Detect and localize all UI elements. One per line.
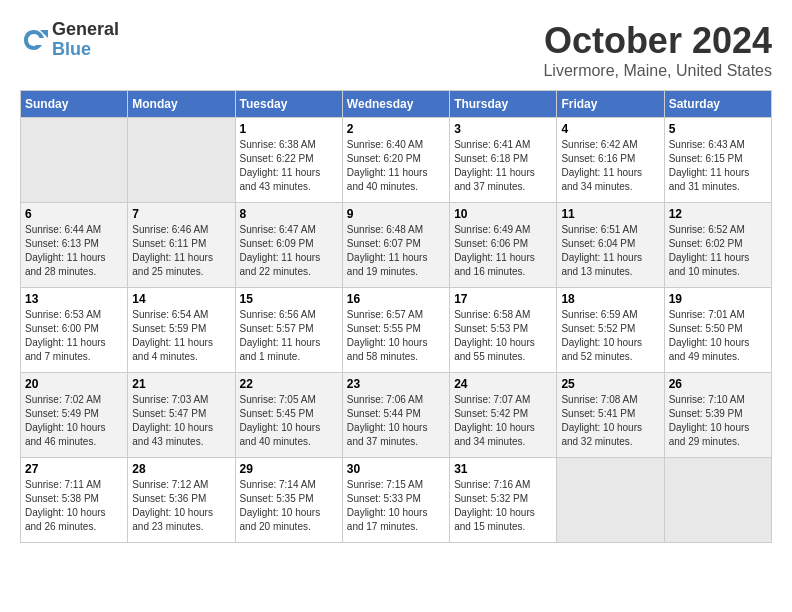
calendar-cell: 11Sunrise: 6:51 AM Sunset: 6:04 PM Dayli… (557, 203, 664, 288)
calendar-cell: 13Sunrise: 6:53 AM Sunset: 6:00 PM Dayli… (21, 288, 128, 373)
week-row-3: 13Sunrise: 6:53 AM Sunset: 6:00 PM Dayli… (21, 288, 772, 373)
day-info: Sunrise: 7:12 AM Sunset: 5:36 PM Dayligh… (132, 478, 230, 534)
weekday-header-thursday: Thursday (450, 91, 557, 118)
day-info: Sunrise: 7:06 AM Sunset: 5:44 PM Dayligh… (347, 393, 445, 449)
day-number: 31 (454, 462, 552, 476)
day-info: Sunrise: 6:41 AM Sunset: 6:18 PM Dayligh… (454, 138, 552, 194)
day-number: 2 (347, 122, 445, 136)
calendar-cell: 24Sunrise: 7:07 AM Sunset: 5:42 PM Dayli… (450, 373, 557, 458)
weekday-header-row: SundayMondayTuesdayWednesdayThursdayFrid… (21, 91, 772, 118)
calendar-table: SundayMondayTuesdayWednesdayThursdayFrid… (20, 90, 772, 543)
day-number: 15 (240, 292, 338, 306)
day-number: 18 (561, 292, 659, 306)
day-info: Sunrise: 6:57 AM Sunset: 5:55 PM Dayligh… (347, 308, 445, 364)
calendar-cell: 31Sunrise: 7:16 AM Sunset: 5:32 PM Dayli… (450, 458, 557, 543)
weekday-header-tuesday: Tuesday (235, 91, 342, 118)
day-info: Sunrise: 6:44 AM Sunset: 6:13 PM Dayligh… (25, 223, 123, 279)
calendar-cell (557, 458, 664, 543)
day-number: 10 (454, 207, 552, 221)
day-number: 20 (25, 377, 123, 391)
day-number: 28 (132, 462, 230, 476)
calendar-cell: 14Sunrise: 6:54 AM Sunset: 5:59 PM Dayli… (128, 288, 235, 373)
calendar-cell: 22Sunrise: 7:05 AM Sunset: 5:45 PM Dayli… (235, 373, 342, 458)
calendar-cell: 23Sunrise: 7:06 AM Sunset: 5:44 PM Dayli… (342, 373, 449, 458)
day-number: 17 (454, 292, 552, 306)
logo-blue: Blue (52, 40, 119, 60)
month-title: October 2024 (543, 20, 772, 62)
calendar-cell: 7Sunrise: 6:46 AM Sunset: 6:11 PM Daylig… (128, 203, 235, 288)
week-row-1: 1Sunrise: 6:38 AM Sunset: 6:22 PM Daylig… (21, 118, 772, 203)
weekday-header-wednesday: Wednesday (342, 91, 449, 118)
day-info: Sunrise: 6:54 AM Sunset: 5:59 PM Dayligh… (132, 308, 230, 364)
calendar-cell: 20Sunrise: 7:02 AM Sunset: 5:49 PM Dayli… (21, 373, 128, 458)
day-number: 3 (454, 122, 552, 136)
day-info: Sunrise: 6:49 AM Sunset: 6:06 PM Dayligh… (454, 223, 552, 279)
day-number: 24 (454, 377, 552, 391)
week-row-5: 27Sunrise: 7:11 AM Sunset: 5:38 PM Dayli… (21, 458, 772, 543)
day-number: 4 (561, 122, 659, 136)
day-info: Sunrise: 6:58 AM Sunset: 5:53 PM Dayligh… (454, 308, 552, 364)
calendar-cell: 9Sunrise: 6:48 AM Sunset: 6:07 PM Daylig… (342, 203, 449, 288)
day-info: Sunrise: 7:16 AM Sunset: 5:32 PM Dayligh… (454, 478, 552, 534)
day-number: 11 (561, 207, 659, 221)
calendar-cell: 28Sunrise: 7:12 AM Sunset: 5:36 PM Dayli… (128, 458, 235, 543)
calendar-cell: 25Sunrise: 7:08 AM Sunset: 5:41 PM Dayli… (557, 373, 664, 458)
day-info: Sunrise: 6:43 AM Sunset: 6:15 PM Dayligh… (669, 138, 767, 194)
calendar-cell: 26Sunrise: 7:10 AM Sunset: 5:39 PM Dayli… (664, 373, 771, 458)
day-number: 16 (347, 292, 445, 306)
day-info: Sunrise: 6:46 AM Sunset: 6:11 PM Dayligh… (132, 223, 230, 279)
calendar-cell: 30Sunrise: 7:15 AM Sunset: 5:33 PM Dayli… (342, 458, 449, 543)
day-number: 21 (132, 377, 230, 391)
day-info: Sunrise: 7:05 AM Sunset: 5:45 PM Dayligh… (240, 393, 338, 449)
weekday-header-monday: Monday (128, 91, 235, 118)
weekday-header-saturday: Saturday (664, 91, 771, 118)
calendar-cell (128, 118, 235, 203)
title-block: October 2024 Livermore, Maine, United St… (543, 20, 772, 80)
page-header: General Blue October 2024 Livermore, Mai… (20, 20, 772, 80)
calendar-cell: 12Sunrise: 6:52 AM Sunset: 6:02 PM Dayli… (664, 203, 771, 288)
day-info: Sunrise: 6:38 AM Sunset: 6:22 PM Dayligh… (240, 138, 338, 194)
location: Livermore, Maine, United States (543, 62, 772, 80)
calendar-cell: 27Sunrise: 7:11 AM Sunset: 5:38 PM Dayli… (21, 458, 128, 543)
day-info: Sunrise: 7:08 AM Sunset: 5:41 PM Dayligh… (561, 393, 659, 449)
calendar-cell: 3Sunrise: 6:41 AM Sunset: 6:18 PM Daylig… (450, 118, 557, 203)
day-number: 8 (240, 207, 338, 221)
day-info: Sunrise: 6:52 AM Sunset: 6:02 PM Dayligh… (669, 223, 767, 279)
day-number: 12 (669, 207, 767, 221)
logo-icon (20, 26, 48, 54)
day-info: Sunrise: 7:01 AM Sunset: 5:50 PM Dayligh… (669, 308, 767, 364)
calendar-cell: 5Sunrise: 6:43 AM Sunset: 6:15 PM Daylig… (664, 118, 771, 203)
day-info: Sunrise: 7:14 AM Sunset: 5:35 PM Dayligh… (240, 478, 338, 534)
day-info: Sunrise: 6:47 AM Sunset: 6:09 PM Dayligh… (240, 223, 338, 279)
day-info: Sunrise: 6:56 AM Sunset: 5:57 PM Dayligh… (240, 308, 338, 364)
calendar-cell (21, 118, 128, 203)
day-info: Sunrise: 6:51 AM Sunset: 6:04 PM Dayligh… (561, 223, 659, 279)
logo-general: General (52, 20, 119, 40)
day-number: 27 (25, 462, 123, 476)
day-number: 23 (347, 377, 445, 391)
calendar-cell: 19Sunrise: 7:01 AM Sunset: 5:50 PM Dayli… (664, 288, 771, 373)
calendar-cell: 10Sunrise: 6:49 AM Sunset: 6:06 PM Dayli… (450, 203, 557, 288)
logo: General Blue (20, 20, 119, 60)
day-info: Sunrise: 7:03 AM Sunset: 5:47 PM Dayligh… (132, 393, 230, 449)
calendar-cell: 16Sunrise: 6:57 AM Sunset: 5:55 PM Dayli… (342, 288, 449, 373)
day-number: 29 (240, 462, 338, 476)
day-number: 1 (240, 122, 338, 136)
day-info: Sunrise: 6:48 AM Sunset: 6:07 PM Dayligh… (347, 223, 445, 279)
day-number: 25 (561, 377, 659, 391)
day-info: Sunrise: 6:40 AM Sunset: 6:20 PM Dayligh… (347, 138, 445, 194)
calendar-cell: 4Sunrise: 6:42 AM Sunset: 6:16 PM Daylig… (557, 118, 664, 203)
day-number: 9 (347, 207, 445, 221)
day-info: Sunrise: 7:15 AM Sunset: 5:33 PM Dayligh… (347, 478, 445, 534)
calendar-cell: 2Sunrise: 6:40 AM Sunset: 6:20 PM Daylig… (342, 118, 449, 203)
day-info: Sunrise: 7:10 AM Sunset: 5:39 PM Dayligh… (669, 393, 767, 449)
day-info: Sunrise: 7:02 AM Sunset: 5:49 PM Dayligh… (25, 393, 123, 449)
calendar-cell: 8Sunrise: 6:47 AM Sunset: 6:09 PM Daylig… (235, 203, 342, 288)
day-number: 6 (25, 207, 123, 221)
day-number: 30 (347, 462, 445, 476)
weekday-header-sunday: Sunday (21, 91, 128, 118)
calendar-cell: 17Sunrise: 6:58 AM Sunset: 5:53 PM Dayli… (450, 288, 557, 373)
calendar-cell: 6Sunrise: 6:44 AM Sunset: 6:13 PM Daylig… (21, 203, 128, 288)
day-info: Sunrise: 7:11 AM Sunset: 5:38 PM Dayligh… (25, 478, 123, 534)
day-number: 14 (132, 292, 230, 306)
